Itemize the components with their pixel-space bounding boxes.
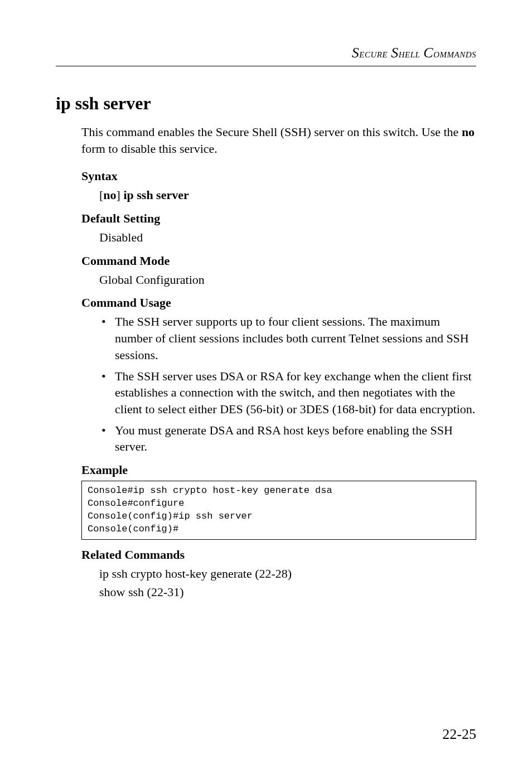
list-item: You must generate DSA and RSA host keys … bbox=[99, 422, 476, 455]
syntax-close-bracket: ] bbox=[117, 188, 120, 202]
default-setting-label: Default Setting bbox=[81, 211, 476, 226]
syntax-line: [no] ip ssh server bbox=[99, 187, 476, 204]
intro-paragraph: This command enables the Secure Shell (S… bbox=[81, 124, 476, 157]
command-mode-value: Global Configuration bbox=[99, 272, 476, 288]
related-commands-label: Related Commands bbox=[81, 548, 476, 562]
command-title: ip ssh server bbox=[56, 93, 476, 114]
syntax-rest: ip ssh server bbox=[120, 188, 189, 202]
header-rule bbox=[56, 66, 476, 66]
page-number: 22-25 bbox=[442, 726, 476, 743]
intro-bold: no bbox=[462, 125, 475, 139]
running-head: Secure Shell Commands bbox=[56, 45, 476, 61]
example-label: Example bbox=[81, 463, 476, 477]
intro-pre: This command enables the Secure Shell (S… bbox=[81, 125, 462, 139]
command-usage-label: Command Usage bbox=[81, 296, 476, 310]
default-setting-value: Disabled bbox=[99, 229, 476, 246]
list-item: The SSH server uses DSA or RSA for key e… bbox=[99, 368, 476, 418]
intro-post: form to disable this service. bbox=[81, 142, 217, 156]
syntax-no: no bbox=[103, 188, 116, 202]
command-mode-label: Command Mode bbox=[81, 254, 476, 268]
syntax-label: Syntax bbox=[81, 169, 476, 183]
example-code: Console#ip ssh crypto host-key generate … bbox=[81, 481, 476, 540]
command-usage-list: The SSH server supports up to four clien… bbox=[99, 313, 476, 455]
related-line: ip ssh crypto host-key generate (22-28) bbox=[99, 565, 476, 582]
list-item: The SSH server supports up to four clien… bbox=[99, 313, 476, 363]
related-line: show ssh (22-31) bbox=[99, 584, 476, 601]
